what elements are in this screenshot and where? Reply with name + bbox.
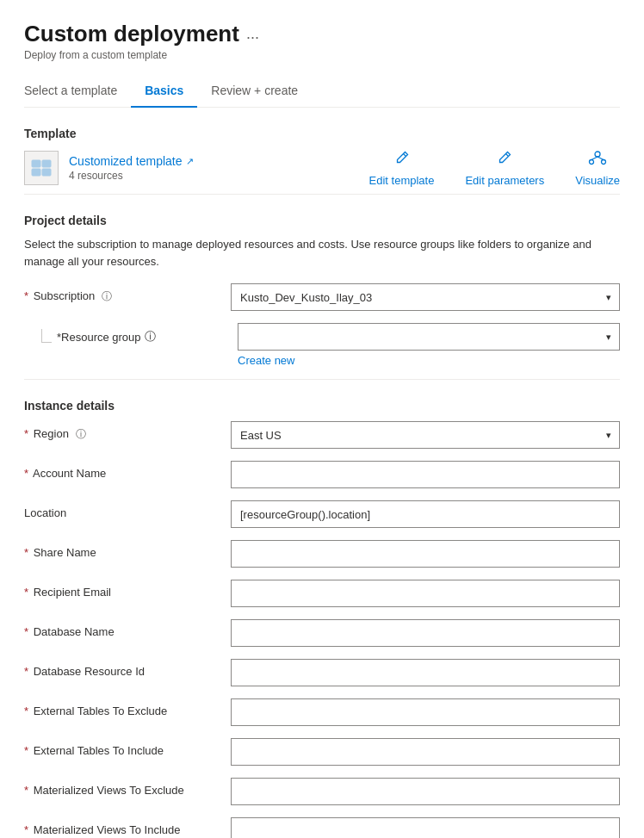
subscription-info-icon[interactable]: ⓘ [102,290,112,302]
account-name-control [231,461,620,488]
subscription-select-wrapper: Kusto_Dev_Kusto_Ilay_03 ▾ [231,283,620,311]
create-new-link[interactable]: Create new [238,354,294,367]
share-name-control [231,540,620,568]
location-input[interactable] [231,500,620,528]
account-name-label: * Account Name [24,461,231,480]
template-info: Customized template ↗ 4 resources [69,154,194,182]
materialized-views-include-row: * Materialized Views To Include [24,817,620,838]
database-resource-id-control [231,659,620,686]
edit-template-button[interactable]: Edit template [369,149,435,187]
recipient-email-input[interactable] [231,580,620,607]
external-tables-include-control [231,738,620,766]
visualize-icon [588,149,607,171]
external-tables-include-input[interactable] [231,738,620,766]
database-name-control [231,619,620,647]
external-tables-exclude-input[interactable] [231,698,620,726]
location-control [231,500,620,528]
subscription-label: * Subscription ⓘ [24,283,231,304]
share-name-row: * Share Name [24,540,620,568]
edit-template-icon [393,149,411,171]
region-row: * Region ⓘ East US ▾ [24,421,620,449]
edit-parameters-icon [496,149,513,171]
materialized-views-exclude-row: * Materialized Views To Exclude [24,778,620,805]
svg-line-7 [591,157,598,160]
share-name-label: * Share Name [24,540,231,559]
page-subtitle: Deploy from a custom template [24,49,620,61]
subscription-control: Kusto_Dev_Kusto_Ilay_03 ▾ [231,283,620,311]
divider-2 [24,379,620,380]
visualize-button[interactable]: Visualize [575,149,620,187]
svg-rect-0 [32,160,40,167]
subscription-select[interactable]: Kusto_Dev_Kusto_Ilay_03 [231,283,620,311]
location-label: Location [24,500,231,519]
subscription-row: * Subscription ⓘ Kusto_Dev_Kusto_Ilay_03… [24,283,620,311]
recipient-email-row: * Recipient Email [24,580,620,607]
template-box: Customized template ↗ 4 resources Edit t… [24,149,620,187]
materialized-views-include-control [231,817,620,838]
ellipsis-menu-icon[interactable]: ... [246,25,259,43]
project-details-desc: Select the subscription to manage deploy… [24,236,620,270]
instance-details-title: Instance details [24,399,620,413]
resource-group-info-icon[interactable]: ⓘ [145,329,156,345]
region-select-wrapper: East US ▾ [231,421,620,449]
tab-review-create[interactable]: Review + create [197,77,312,108]
resource-group-label: Resource group [61,331,141,344]
materialized-views-include-input[interactable] [231,817,620,838]
template-link[interactable]: Customized template ↗ [69,154,194,168]
page-title: Custom deployment [24,21,239,47]
materialized-views-include-label: * Materialized Views To Include [24,817,231,836]
resource-group-row: * Resource group ⓘ ▾ Create new [24,323,620,367]
database-name-input[interactable] [231,619,620,647]
external-tables-include-row: * External Tables To Include [24,738,620,766]
tab-select-template[interactable]: Select a template [24,77,131,108]
database-resource-id-row: * Database Resource Id [24,659,620,686]
resource-group-select[interactable] [238,323,620,351]
materialized-views-exclude-input[interactable] [231,778,620,805]
location-row: Location [24,500,620,528]
svg-line-8 [598,157,604,160]
materialized-views-exclude-control [231,778,620,805]
external-tables-exclude-control [231,698,620,726]
recipient-email-control [231,580,620,607]
external-link-icon: ↗ [186,156,194,167]
recipient-email-label: * Recipient Email [24,580,231,599]
svg-point-5 [590,160,594,164]
external-tables-exclude-label: * External Tables To Exclude [24,698,231,717]
tabs-bar: Select a template Basics Review + create [24,77,620,108]
edit-parameters-button[interactable]: Edit parameters [465,149,544,187]
template-resources: 4 resources [69,170,194,182]
external-tables-exclude-row: * External Tables To Exclude [24,698,620,726]
share-name-input[interactable] [231,540,620,568]
database-name-label: * Database Name [24,619,231,638]
tree-line [41,329,52,343]
subscription-required: * [24,289,28,302]
svg-point-6 [602,160,606,164]
template-actions: Edit template Edit parameters [369,149,620,187]
region-control: East US ▾ [231,421,620,449]
external-tables-include-label: * External Tables To Include [24,738,231,757]
region-label: * Region ⓘ [24,421,231,442]
resource-group-select-wrapper: ▾ [238,323,620,351]
svg-rect-2 [32,169,40,176]
resource-group-control: ▾ Create new [238,323,620,367]
database-resource-id-label: * Database Resource Id [24,659,231,678]
account-name-input[interactable] [231,461,620,488]
region-info-icon[interactable]: ⓘ [76,428,86,440]
region-select[interactable]: East US [231,421,620,449]
svg-rect-1 [42,160,51,167]
project-details-title: Project details [24,214,620,227]
materialized-views-exclude-label: * Materialized Views To Exclude [24,778,231,797]
template-icon [24,151,59,185]
database-name-row: * Database Name [24,619,620,647]
database-resource-id-input[interactable] [231,659,620,686]
divider-1 [24,194,620,195]
account-name-row: * Account Name [24,461,620,488]
svg-rect-3 [42,169,51,176]
tab-basics[interactable]: Basics [131,77,197,108]
svg-point-4 [595,152,600,157]
template-section-title: Template [24,127,620,140]
